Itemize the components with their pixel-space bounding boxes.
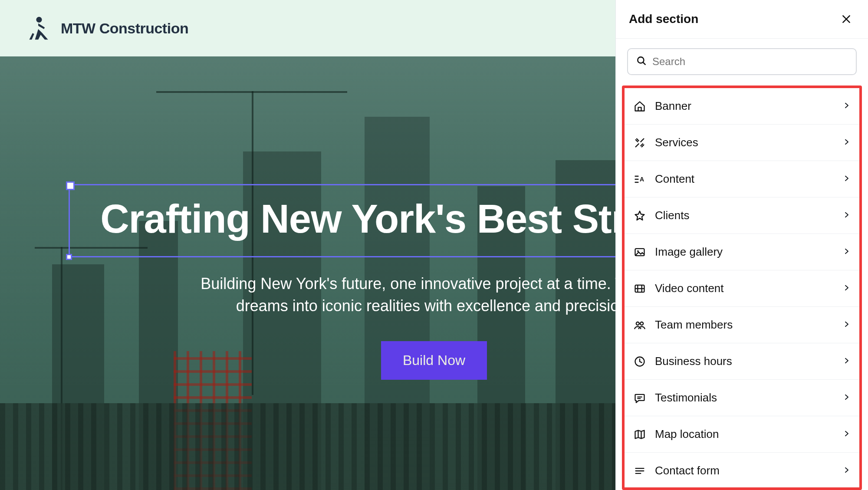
home-icon [633, 100, 646, 113]
brand-name: MTW Construction [61, 20, 188, 37]
chevron-right-icon [843, 102, 851, 111]
star-icon [633, 209, 646, 222]
section-item-services[interactable]: Services [625, 125, 859, 161]
section-item-content[interactable]: Content [625, 161, 859, 197]
chevron-right-icon [843, 138, 851, 148]
chevron-right-icon [843, 430, 851, 439]
chevron-right-icon [843, 466, 851, 476]
svg-point-0 [36, 17, 42, 23]
content-icon [633, 173, 646, 186]
section-item-clients[interactable]: Clients [625, 197, 859, 234]
map-icon [633, 428, 646, 441]
svg-line-4 [643, 62, 645, 64]
section-item-label: Image gallery [655, 245, 834, 259]
hero-cta-button[interactable]: Build Now [381, 341, 487, 380]
section-item-label: Services [655, 136, 834, 149]
chevron-right-icon [843, 357, 851, 366]
section-item-contact-form[interactable]: Contact form [625, 453, 859, 489]
chat-icon [633, 391, 646, 404]
section-item-image-gallery[interactable]: Image gallery [625, 234, 859, 270]
chevron-right-icon [843, 174, 851, 184]
section-item-map-location[interactable]: Map location [625, 416, 859, 453]
group-icon [633, 319, 646, 332]
section-item-label: Clients [655, 209, 834, 222]
section-list-highlight: BannerServicesContentClientsImage galler… [622, 86, 862, 490]
panel-title: Add section [629, 12, 698, 26]
close-button[interactable] [838, 10, 855, 28]
tools-icon [633, 136, 646, 149]
section-item-label: Contact form [655, 464, 834, 477]
chevron-right-icon [843, 320, 851, 330]
section-item-label: Business hours [655, 355, 834, 368]
section-item-label: Video content [655, 282, 834, 295]
section-item-label: Map location [655, 428, 834, 441]
construction-worker-icon [26, 15, 52, 41]
section-item-team-members[interactable]: Team members [625, 307, 859, 343]
add-section-panel: Add section BannerServicesContentClients… [615, 0, 868, 490]
section-item-video-content[interactable]: Video content [625, 270, 859, 307]
chevron-right-icon [843, 211, 851, 220]
search-container [616, 39, 868, 83]
section-item-business-hours[interactable]: Business hours [625, 343, 859, 380]
search-box[interactable] [627, 48, 857, 75]
section-item-banner[interactable]: Banner [625, 88, 859, 125]
film-icon [633, 282, 646, 295]
section-item-label: Banner [655, 99, 834, 113]
brand: MTW Construction [26, 15, 188, 41]
section-item-label: Team members [655, 318, 834, 332]
panel-header: Add section [616, 0, 868, 39]
section-list: BannerServicesContentClientsImage galler… [625, 88, 859, 489]
chevron-right-icon [843, 393, 851, 403]
form-icon [633, 464, 646, 477]
section-item-label: Testimonials [655, 391, 834, 404]
section-item-label: Content [655, 172, 834, 186]
chevron-right-icon [843, 247, 851, 257]
section-item-testimonials[interactable]: Testimonials [625, 380, 859, 416]
search-input[interactable] [652, 56, 848, 68]
chevron-right-icon [843, 284, 851, 293]
clock-icon [633, 355, 646, 368]
search-icon [636, 55, 647, 68]
image-icon [633, 246, 646, 259]
